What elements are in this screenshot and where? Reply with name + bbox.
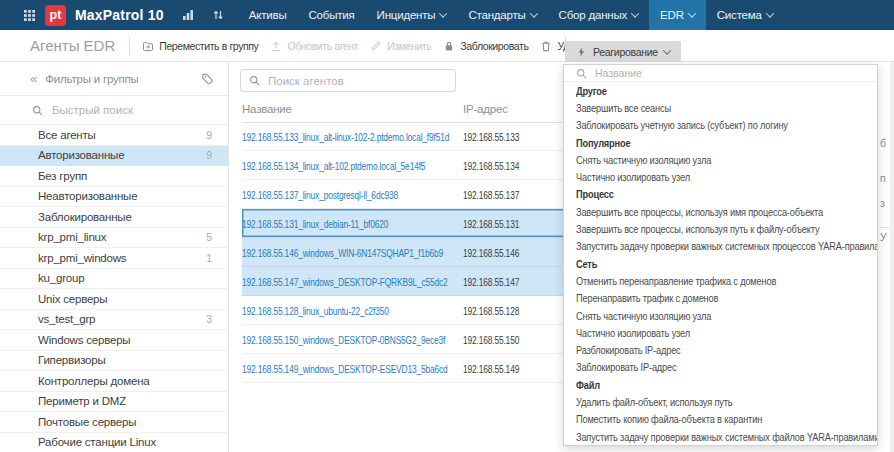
menu-action-1[interactable]: Завершить все сеансы [564,99,877,116]
response-menu: Другое Завершить все сеансы Заблокироват… [563,64,878,446]
filter-item-5[interactable]: krp_pmi_linux 5 [0,228,228,249]
toolbar: Агенты EDR Переместить в группу Обновить… [0,30,894,62]
agent-name-link[interactable]: 192.168.55.146_windows_WIN-6N147SQHAP1_f… [242,243,463,261]
filters-list: Все агенты 9 Авторизованные 9 Без групп … [0,125,228,452]
sort-arrows-icon[interactable] [212,9,224,21]
menu-action-18[interactable]: Удалить файл-объект, используя путь [564,393,877,410]
filter-item-label: ku_group [38,272,84,284]
agents-search [240,69,456,92]
filter-item-count: 3 [206,313,212,325]
filter-item-2[interactable]: Без групп [0,166,228,187]
app-grid-icon[interactable] [24,10,35,21]
response-button[interactable]: Реагирование [565,41,681,62]
nav-item-4[interactable]: Сбор данных [548,0,650,30]
nav-item-5[interactable]: EDR [649,0,706,30]
tags-icon[interactable] [201,72,214,85]
column-header-ip[interactable]: IP-адрес [463,103,508,115]
agent-name-link[interactable]: 192.168.55.134_linux_alt-102.ptdemo.loca… [242,156,463,174]
filter-item-7[interactable]: ku_group [0,269,228,290]
agent-name-link[interactable]: 192.168.55.131_linux_debian-11_bf0620 [242,214,463,232]
filters-sidebar: « Фильтры и группы Все агенты 9 Авторизо… [0,62,229,452]
menu-action-19[interactable]: Поместить копию файла-объекта в карантин [564,411,877,428]
trash-icon [540,40,552,52]
response-menu-list: Другое Завершить все сеансы Заблокироват… [564,82,877,445]
filter-item-0[interactable]: Все агенты 9 [0,125,228,146]
menu-action-20[interactable]: Запустить задачу проверки важных системн… [564,428,877,445]
toolbar-button-1[interactable]: Обновить агент [270,40,358,52]
filter-item-label: krp_pmi_windows [38,252,126,264]
menu-action-4[interactable]: Снять частичную изоляцию узла [564,151,877,168]
menu-action-9[interactable]: Запустить задачу проверки важных системн… [564,238,877,255]
lightning-icon [576,46,587,58]
agent-name-link[interactable]: 192.168.55.128_linux_ubuntu-22_c2f350 [242,301,463,319]
filter-item-12[interactable]: Контроллеры домена [0,371,228,392]
filter-item-4[interactable]: Заблокированные [0,207,228,228]
column-header-name[interactable]: Название [242,103,463,115]
clipped-text-fragment: п [880,172,886,184]
nav-item-2[interactable]: Инциденты [366,0,458,30]
menu-action-8[interactable]: Завершить все процессы, используя путь к… [564,220,877,237]
agent-ip: 192.168.55.133 [463,127,533,145]
filter-item-8[interactable]: Unix серверы [0,289,228,310]
nav-item-label: Стандарты [468,9,525,21]
chevron-down-icon [663,46,671,54]
filter-item-label: Рабочие станции Linux [38,436,156,448]
toolbar-button-0[interactable]: Переместить в группу [142,40,258,52]
response-button-label: Реагирование [593,46,658,58]
agent-name-link[interactable]: 192.168.55.149_windows_DESKTOP-ESEVD13_5… [242,359,463,377]
collapse-sidebar-icon[interactable]: « [30,71,37,86]
toolbar-button-2[interactable]: Изменить [370,40,431,52]
menu-action-13[interactable]: Снять частичную изоляцию узла [564,307,877,324]
sidebar-search [0,96,228,125]
clipped-text-fragment: У [880,231,887,243]
filter-item-14[interactable]: Почтовые серверы [0,412,228,433]
filter-item-label: Windows серверы [38,334,130,346]
menu-action-15[interactable]: Разблокировать IP-адрес [564,341,877,358]
filter-item-6[interactable]: krp_pmi_windows 1 [0,248,228,269]
toolbar-button-3[interactable]: Заблокировать [443,40,528,52]
filter-item-count: 1 [206,252,212,264]
toolbar-buttons: Переместить в группу Обновить агент Изме… [130,40,595,52]
filter-item-3[interactable]: Неавторизованные [0,187,228,208]
menu-action-5[interactable]: Частично изолировать узел [564,168,877,185]
agent-name-link[interactable]: 192.168.55.133_linux_alt-linux-102-2.ptd… [242,127,463,145]
menu-action-11[interactable]: Отменить перенаправление трафика с домен… [564,272,877,289]
pt-logo[interactable]: pt [45,5,66,26]
filter-item-count: 5 [206,231,212,243]
menu-action-14[interactable]: Частично изолировать узел [564,324,877,341]
filter-item-15[interactable]: Рабочие станции Linux [0,433,228,452]
menu-action-12[interactable]: Перенаправить трафик с доменов [564,290,877,307]
nav-item-6[interactable]: Система [706,0,784,30]
filter-item-9[interactable]: vs_test_grp 3 [0,310,228,331]
clipped-text-fragment: б [880,137,886,149]
page-scrollbar[interactable] [890,62,894,452]
chevron-down-icon [765,9,773,17]
nav-item-3[interactable]: Стандарты [457,0,547,30]
filter-item-label: vs_test_grp [38,313,95,325]
filter-item-13[interactable]: Периметр и DMZ [0,392,228,413]
app-title: MaxPatrol 10 [75,7,164,23]
agent-name-link[interactable]: 192.168.55.137_linux_postgresql-ll_6dc93… [242,185,463,203]
filter-item-label: Контроллеры домена [38,375,149,387]
agent-name-link[interactable]: 192.168.55.147_windows_DESKTOP-FQRKB9L_c… [242,272,463,290]
menu-action-16[interactable]: Заблокировать IP-адрес [564,359,877,376]
menu-group-10: Сеть [564,255,877,272]
filter-item-label: Без групп [38,170,87,182]
agent-ip: 192.168.55.149 [463,359,533,377]
nav-item-0[interactable]: Активы [238,0,298,30]
filter-item-11[interactable]: Гипервизоры [0,351,228,372]
chevron-down-icon [439,9,447,17]
bar-chart-icon[interactable] [182,9,194,21]
filter-item-10[interactable]: Windows серверы [0,330,228,351]
response-menu-search-input[interactable] [593,66,865,80]
filter-item-1[interactable]: Авторизованные 9 [0,146,228,167]
nav-item-label: Сбор данных [559,9,628,21]
sidebar-search-input[interactable] [50,103,214,117]
agents-search-input[interactable] [266,74,447,88]
sidebar-title: Фильтры и группы [45,73,138,85]
nav-item-1[interactable]: События [297,0,365,30]
menu-action-7[interactable]: Завершить все процессы, используя имя пр… [564,203,877,220]
menu-action-2[interactable]: Заблокировать учетную запись (субъект) п… [564,117,877,134]
agent-name-link[interactable]: 192.168.55.150_windows_DESKTOP-0BNS5G2_9… [242,330,463,348]
filter-item-label: krp_pmi_linux [38,231,106,243]
